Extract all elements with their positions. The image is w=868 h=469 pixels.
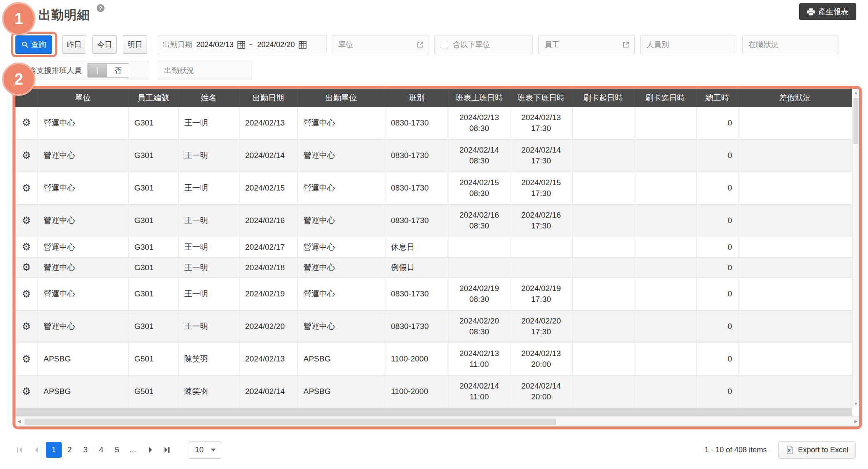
employee-placeholder: 員工 [544, 40, 559, 50]
date-range-field: 出勤日期 2024/02/13 ~ 2024/02/20 [158, 35, 327, 54]
query-button-label: 查詢 [31, 40, 46, 50]
table-row: ⚙APSBGG501陳笑羽2024/02/14APSBG1100-2000202… [15, 375, 852, 408]
table-row: ⚙營運中心G301王一明2024/02/13營運中心0830-17302024/… [15, 107, 852, 139]
gear-icon[interactable]: ⚙ [22, 354, 31, 364]
column-header-card-out[interactable]: 刷卡迄日時 [634, 89, 696, 107]
cell-unit: APSBG [37, 375, 128, 408]
cell-date: 2024/02/13 [239, 343, 297, 375]
cell-attendance-unit: APSBG [297, 375, 385, 408]
cell-scheduled-in: 2024/02/1508:30 [449, 172, 510, 204]
cell-attendance-unit: 營運中心 [297, 139, 385, 172]
page-button-2[interactable]: 2 [62, 442, 77, 458]
today-button[interactable]: 今日 [92, 35, 117, 54]
unit-popup-icon[interactable] [417, 41, 424, 48]
generate-report-button[interactable]: 產生報表 [799, 3, 856, 20]
cell-leave-status [738, 375, 852, 408]
last-page-button[interactable] [160, 442, 174, 458]
page-button-4[interactable]: 4 [93, 442, 109, 458]
cell-scheduled-in [449, 237, 510, 257]
gear-icon[interactable]: ⚙ [22, 289, 31, 299]
page-button-3[interactable]: 3 [77, 442, 93, 458]
table-row: ⚙營運中心G301王一明2024/02/18營運中心例假日0 [15, 257, 852, 278]
column-header-attendance-unit[interactable]: 出勤單位 [297, 89, 385, 107]
gear-icon[interactable]: ⚙ [22, 321, 31, 331]
cell-card-in [572, 375, 634, 408]
date-from-value[interactable]: 2024/02/13 [196, 40, 234, 49]
cell-card-out [634, 278, 696, 310]
exclude-support-toggle[interactable]: 否 [87, 63, 129, 78]
export-button-label: Export to Excel [798, 446, 848, 454]
column-header-scheduled-in[interactable]: 班表上班日時 [449, 89, 510, 107]
scroll-right-icon[interactable]: ▶ [854, 419, 858, 424]
tomorrow-button[interactable]: 明日 [123, 35, 147, 54]
column-header-card-in[interactable]: 刷卡起日時 [572, 89, 634, 107]
next-page-button[interactable] [143, 442, 157, 458]
cell-name: 王一明 [178, 257, 239, 278]
date-to-value[interactable]: 2024/02/20 [257, 40, 295, 49]
scroll-up-icon[interactable]: ▲ [853, 90, 859, 95]
attendance-status-placeholder: 出勤狀況 [164, 65, 194, 75]
column-header-date[interactable]: 出勤日期 [239, 89, 297, 107]
gear-icon[interactable]: ⚙ [22, 242, 31, 252]
cell-date: 2024/02/17 [239, 237, 297, 257]
attendance-table: 單位 員工編號 姓名 出勤日期 出勤單位 班別 班表上班日時 班表下班日時 刷卡… [15, 89, 852, 408]
column-header-leave-status[interactable]: 差假狀況 [738, 89, 852, 107]
unit-field[interactable]: 單位 [332, 35, 429, 54]
yesterday-button[interactable]: 昨日 [62, 35, 86, 54]
cell-name: 王一明 [178, 278, 239, 310]
cell-unit: 營運中心 [37, 107, 128, 139]
include-subunits-field[interactable]: 含以下單位 [434, 35, 533, 54]
column-header-scheduled-out[interactable]: 班表下班日時 [510, 89, 572, 107]
page-ellipsis[interactable]: ... [125, 445, 141, 454]
date-range-tilde: ~ [249, 40, 254, 49]
gear-icon[interactable]: ⚙ [22, 118, 31, 128]
cell-unit: 營運中心 [37, 139, 128, 172]
vertical-scrollbar[interactable]: ▲ ▼ [852, 89, 859, 408]
attendance-status-field[interactable]: 出勤狀況 [158, 61, 252, 80]
previous-page-button[interactable] [29, 442, 43, 458]
cell-employee-id: G301 [128, 257, 178, 278]
first-page-button[interactable] [12, 442, 27, 458]
cell-total-hours: 0 [696, 139, 738, 172]
cell-date: 2024/02/18 [239, 257, 297, 278]
cell-card-in [572, 204, 634, 237]
personnel-type-field[interactable]: 人員別 [640, 35, 736, 54]
search-icon [22, 41, 28, 48]
employee-field[interactable]: 員工 [538, 35, 635, 54]
include-subunits-checkbox[interactable] [441, 41, 448, 48]
gear-icon[interactable]: ⚙ [22, 386, 31, 396]
help-icon[interactable]: ? [97, 4, 105, 12]
query-button[interactable]: 查詢 [15, 35, 52, 54]
cell-scheduled-out [510, 237, 572, 257]
gear-icon[interactable]: ⚙ [22, 216, 31, 226]
export-excel-button[interactable]: Export to Excel [778, 441, 856, 459]
gear-icon[interactable]: ⚙ [22, 183, 31, 193]
cell-employee-id: G301 [128, 237, 178, 257]
horizontal-scrollbar[interactable]: ◀ ▶ [15, 416, 859, 426]
cell-scheduled-in: 2024/02/1408:30 [449, 139, 510, 172]
cell-leave-status [738, 107, 852, 139]
scroll-down-icon[interactable]: ▼ [853, 401, 859, 406]
column-header-shift[interactable]: 班別 [385, 89, 449, 107]
column-header-employee-id[interactable]: 員工編號 [128, 89, 178, 107]
page-button-1[interactable]: 1 [46, 442, 62, 458]
cell-attendance-unit: 營運中心 [297, 107, 385, 139]
gear-icon[interactable]: ⚙ [22, 262, 31, 272]
row-settings-cell: ⚙ [15, 310, 37, 343]
horizontal-scroll-thumb[interactable] [25, 419, 556, 425]
vertical-scroll-thumb[interactable] [853, 98, 858, 144]
calendar-from-icon[interactable] [237, 41, 245, 49]
cell-date: 2024/02/13 [239, 107, 297, 139]
page-size-dropdown[interactable]: 10 [189, 441, 221, 459]
scroll-left-icon[interactable]: ◀ [17, 419, 21, 424]
gear-icon[interactable]: ⚙ [22, 150, 31, 161]
column-header-unit[interactable]: 單位 [37, 89, 128, 107]
employee-popup-icon[interactable] [623, 41, 629, 48]
cell-card-in [572, 278, 634, 310]
column-header-name[interactable]: 姓名 [178, 89, 239, 107]
employment-status-field[interactable]: 在職狀況 [742, 35, 838, 54]
page-button-5[interactable]: 5 [109, 442, 125, 458]
calendar-to-icon[interactable] [299, 41, 307, 49]
table-body: ⚙營運中心G301王一明2024/02/13營運中心0830-17302024/… [15, 107, 852, 408]
column-header-total-hours[interactable]: 總工時 [696, 89, 738, 107]
